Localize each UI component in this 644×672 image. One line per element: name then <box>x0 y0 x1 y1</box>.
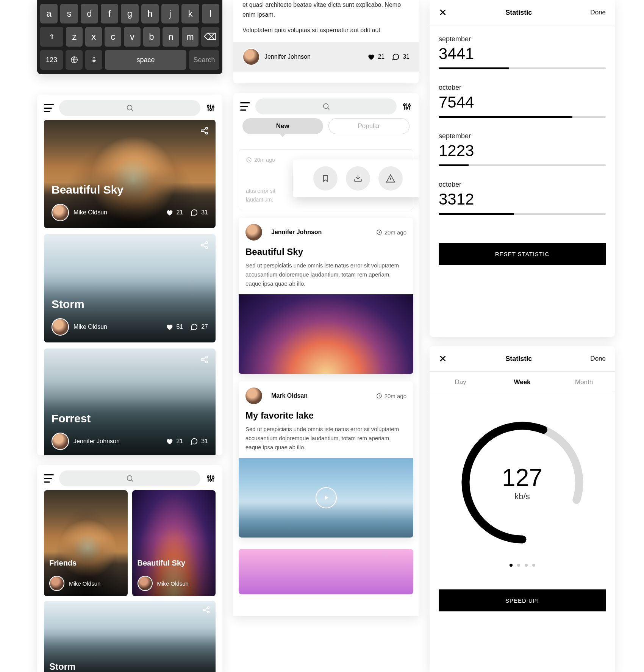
author-name[interactable]: Mike Oldsun <box>157 580 189 587</box>
report-button[interactable] <box>378 166 403 191</box>
key-g[interactable]: g <box>121 4 138 23</box>
svg-point-15 <box>127 476 132 481</box>
grid-tile-wide[interactable]: Storm <box>44 601 216 672</box>
key-d[interactable]: d <box>81 4 98 23</box>
author-name[interactable]: Mark Oldsan <box>271 392 372 399</box>
filter-icon[interactable] <box>206 474 216 483</box>
key-x[interactable]: x <box>85 27 102 47</box>
search-input[interactable] <box>255 98 397 114</box>
metric-bar <box>439 164 606 166</box>
tab-new[interactable]: New <box>242 118 323 134</box>
close-icon[interactable]: ✕ <box>439 8 447 17</box>
feed-card-image[interactable] <box>239 458 413 538</box>
ios-keyboard[interactable]: asdfghjkl ⇧ zxcvbnm ⌫ 123 space Search <box>37 0 222 74</box>
photo-card[interactable]: Forrest Jennifer Johnson 21 31 <box>44 349 216 455</box>
likes[interactable]: 21 <box>367 53 385 61</box>
speedup-button[interactable]: SPEED UP! <box>439 589 606 611</box>
key-mic[interactable] <box>85 50 102 70</box>
comments[interactable]: 31 <box>391 53 410 61</box>
key-shift[interactable]: ⇧ <box>40 27 63 47</box>
menu-icon[interactable] <box>44 104 54 112</box>
share-icon[interactable] <box>200 240 209 250</box>
download-button[interactable] <box>346 166 370 191</box>
feed-card-body: Sed ut perspiciatis unde omnis iste natu… <box>239 425 413 458</box>
menu-icon[interactable] <box>240 102 250 111</box>
avatar[interactable] <box>245 388 262 404</box>
photo-card[interactable]: Beautiful Sky Mike Oldsun 21 31 <box>44 120 216 228</box>
statistic-bars-screen: ✕ Statistic Done september 3441 october … <box>430 0 615 337</box>
reset-button[interactable]: RESET STATISTIC <box>439 243 606 265</box>
share-icon[interactable] <box>202 605 211 614</box>
filter-icon[interactable] <box>402 102 412 111</box>
filter-icon[interactable] <box>206 103 216 113</box>
tab-month[interactable]: Month <box>553 372 615 393</box>
likes[interactable]: 51 <box>166 323 183 331</box>
bookmark-button[interactable] <box>313 166 338 191</box>
author-name[interactable]: Mike Oldsun <box>73 209 166 216</box>
feed-card[interactable]: Jennifer Johnson 20m ago Beautiful Sky S… <box>239 218 413 374</box>
svg-point-19 <box>203 609 205 611</box>
key-space[interactable]: space <box>105 50 186 70</box>
likes[interactable]: 21 <box>166 438 183 445</box>
feed-screen: New Popular 20m ago atus error sit lauda… <box>233 93 419 616</box>
author-name[interactable]: Jennifer Johnson <box>271 229 372 236</box>
key-123[interactable]: 123 <box>40 50 63 70</box>
key-backspace[interactable]: ⌫ <box>201 27 219 47</box>
photo-card[interactable]: Storm Mike Oldsun 51 27 <box>44 234 216 342</box>
key-c[interactable]: c <box>105 27 121 47</box>
menu-icon[interactable] <box>44 474 54 483</box>
author-name[interactable]: Jennifer Johnson <box>73 438 166 445</box>
tab-popular[interactable]: Popular <box>328 118 410 134</box>
comments[interactable]: 31 <box>190 208 208 217</box>
key-v[interactable]: v <box>124 27 141 47</box>
tab-week[interactable]: Week <box>491 372 553 393</box>
tab-day[interactable]: Day <box>430 372 491 393</box>
key-search[interactable]: Search <box>189 50 219 70</box>
likes[interactable]: 21 <box>166 209 183 216</box>
grid-tile[interactable]: Beautiful Sky Mike Oldsun <box>132 490 216 596</box>
avatar[interactable] <box>49 576 64 591</box>
svg-point-16 <box>207 476 209 478</box>
metric-row: october 3312 <box>439 181 606 215</box>
key-j[interactable]: j <box>161 4 179 23</box>
key-k[interactable]: k <box>181 4 199 23</box>
close-icon[interactable]: ✕ <box>439 354 447 364</box>
key-n[interactable]: n <box>163 27 179 47</box>
share-icon[interactable] <box>200 355 209 364</box>
search-input[interactable] <box>59 470 200 486</box>
avatar[interactable] <box>138 576 153 591</box>
play-icon[interactable] <box>316 487 337 508</box>
svg-point-20 <box>208 607 209 609</box>
key-s[interactable]: s <box>60 4 78 23</box>
key-h[interactable]: h <box>141 4 159 23</box>
author-name[interactable]: Jennifer Johnson <box>264 53 367 60</box>
avatar[interactable] <box>52 318 69 336</box>
key-f[interactable]: f <box>101 4 118 23</box>
feed-image[interactable] <box>239 549 413 594</box>
svg-point-6 <box>201 130 203 132</box>
comments[interactable]: 31 <box>190 437 208 445</box>
author-name[interactable]: Mike Oldsun <box>73 323 166 330</box>
key-z[interactable]: z <box>66 27 83 47</box>
done-button[interactable]: Done <box>590 355 606 363</box>
comments[interactable]: 27 <box>190 323 208 331</box>
tile-title: Beautiful Sky <box>138 559 186 567</box>
feed-card-image[interactable] <box>239 294 413 374</box>
svg-point-23 <box>403 104 405 106</box>
avatar[interactable] <box>242 48 260 66</box>
page-dots[interactable] <box>430 564 615 567</box>
key-a[interactable]: a <box>40 4 58 23</box>
author-name[interactable]: Mike Oldsun <box>69 580 100 587</box>
search-input[interactable] <box>59 100 200 116</box>
avatar[interactable] <box>52 433 69 450</box>
avatar[interactable] <box>52 204 69 221</box>
done-button[interactable]: Done <box>590 9 606 16</box>
key-l[interactable]: l <box>202 4 219 23</box>
key-globe[interactable] <box>66 50 83 70</box>
grid-tile[interactable]: Friends Mike Oldsun <box>44 490 128 596</box>
avatar[interactable] <box>245 224 262 241</box>
key-m[interactable]: m <box>182 27 199 47</box>
key-b[interactable]: b <box>143 27 160 47</box>
share-icon[interactable] <box>200 126 209 136</box>
feed-card[interactable]: Mark Oldsan 20m ago My favorite lake Sed… <box>239 381 413 538</box>
